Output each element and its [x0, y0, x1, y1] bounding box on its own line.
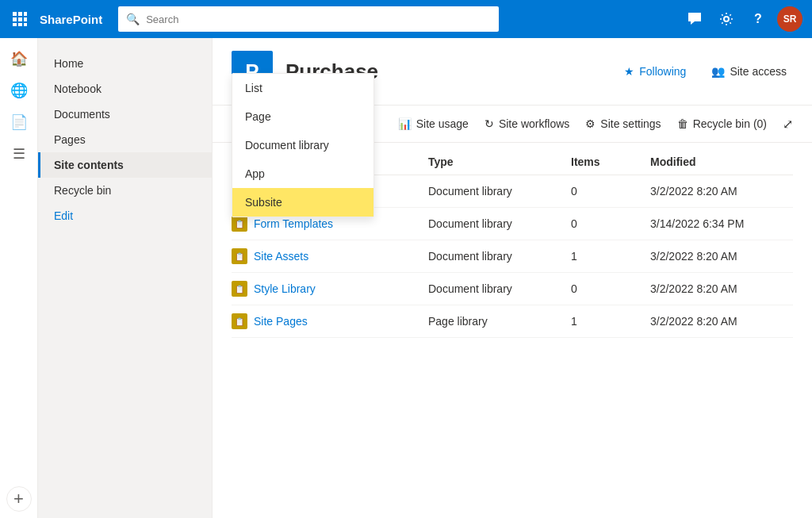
sidebar-item-site-contents[interactable]: Site contents: [38, 152, 212, 178]
site-workflows-label: Site workflows: [499, 117, 569, 130]
site-access-button[interactable]: 👥 Site access: [705, 60, 793, 82]
help-icon-button[interactable]: ?: [745, 6, 771, 32]
svg-rect-7: [18, 23, 22, 26]
row-2-link[interactable]: Form Templates: [254, 217, 333, 230]
following-label: Following: [639, 65, 686, 78]
following-button[interactable]: ★ Following: [618, 60, 692, 82]
table-row: 📋 Style Library Document library 0 3/2/2…: [232, 273, 793, 305]
star-icon: ★: [624, 65, 634, 78]
dropdown-item-list[interactable]: List: [232, 74, 373, 102]
search-icon: 🔍: [126, 13, 140, 25]
sidebar-item-home[interactable]: Home: [38, 51, 212, 76]
svg-rect-3: [13, 17, 17, 21]
row-3-items: 1: [571, 250, 650, 263]
dropdown-item-app[interactable]: App: [232, 159, 373, 188]
expand-button[interactable]: ⤢: [783, 117, 793, 132]
toolbar-actions: 📊 Site usage ↻ Site workflows ⚙ Site set…: [398, 117, 793, 132]
people-icon: 👥: [711, 65, 725, 78]
row-3-modified: 3/2/2022 8:20 AM: [650, 250, 793, 263]
workflows-icon: ↻: [485, 117, 494, 130]
site-usage-label: Site usage: [416, 117, 469, 130]
row-4-modified: 3/2/2022 8:20 AM: [650, 282, 793, 295]
table-row: 📋 Site Assets Document library 1 3/2/202…: [232, 240, 793, 273]
row-5-name-cell: 📋 Site Pages: [232, 313, 428, 329]
chat-icon-button[interactable]: [682, 6, 707, 32]
content-pane: P Purchase ★ Following 👥 Site access + N…: [213, 38, 812, 518]
svg-point-9: [724, 17, 729, 21]
app-grid-icon[interactable]: [10, 9, 30, 29]
row-5-link[interactable]: Site Pages: [254, 315, 308, 328]
row-2-name-cell: 📋 Form Templates: [232, 216, 428, 232]
topnav-icons: ? SR: [682, 6, 802, 32]
rail-home-icon[interactable]: 🏠: [5, 44, 33, 73]
row-1-modified: 3/2/2022 8:20 AM: [650, 185, 793, 198]
svg-rect-5: [24, 17, 27, 21]
doc-icon: 📋: [232, 313, 247, 329]
site-header-actions: ★ Following 👥 Site access: [618, 60, 793, 82]
row-2-items: 0: [571, 217, 650, 230]
site-settings-icon: ⚙: [585, 117, 596, 130]
row-5-modified: 3/2/2022 8:20 AM: [650, 315, 793, 328]
brand-name[interactable]: SharePoint: [40, 13, 102, 26]
recycle-bin-icon: 🗑: [677, 117, 688, 130]
svg-rect-6: [13, 23, 17, 26]
col-type: Type: [428, 155, 571, 168]
doc-icon: 📋: [232, 281, 247, 297]
recycle-bin-button[interactable]: 🗑 Recycle bin (0): [677, 117, 767, 130]
settings-icon-button[interactable]: [714, 6, 739, 32]
dropdown-item-subsite[interactable]: Subsite: [232, 188, 373, 217]
sidebar-edit-link[interactable]: Edit: [38, 203, 212, 228]
row-1-type: Document library: [428, 185, 571, 198]
svg-rect-1: [18, 12, 22, 16]
row-4-type: Document library: [428, 282, 571, 295]
col-items: Items: [571, 155, 650, 168]
svg-rect-2: [24, 12, 27, 16]
doc-icon: 📋: [232, 216, 247, 232]
row-2-modified: 3/14/2022 6:34 PM: [650, 217, 793, 230]
doc-icon: 📋: [232, 248, 247, 264]
site-workflows-button[interactable]: ↻ Site workflows: [485, 117, 569, 130]
top-navigation: SharePoint 🔍 ? SR: [0, 0, 812, 38]
svg-rect-0: [13, 12, 17, 16]
row-4-name-cell: 📋 Style Library: [232, 281, 428, 297]
svg-rect-4: [18, 17, 22, 21]
col-modified: Modified: [650, 155, 793, 168]
left-rail: 🏠 🌐 📄 ☰ +: [0, 38, 38, 518]
row-3-name-cell: 📋 Site Assets: [232, 248, 428, 264]
site-usage-button[interactable]: 📊 Site usage: [398, 117, 469, 130]
site-usage-icon: 📊: [398, 117, 412, 130]
rail-list-icon[interactable]: ☰: [5, 140, 33, 168]
row-4-link[interactable]: Style Library: [254, 282, 316, 295]
site-access-label: Site access: [730, 65, 787, 78]
site-settings-button[interactable]: ⚙ Site settings: [585, 117, 661, 130]
recycle-bin-label: Recycle bin (0): [693, 117, 767, 130]
new-dropdown: List Page Document library App Subsite: [232, 73, 374, 217]
search-box[interactable]: 🔍: [118, 6, 499, 32]
sidebar-item-recycle-bin[interactable]: Recycle bin: [38, 178, 212, 203]
row-5-items: 1: [571, 315, 650, 328]
row-1-items: 0: [571, 185, 650, 198]
sidebar-item-documents[interactable]: Documents: [38, 102, 212, 127]
sidebar-item-notebook[interactable]: Notebook: [38, 76, 212, 102]
main-area: Home Notebook Documents Pages Site conte…: [38, 38, 812, 518]
rail-document-icon[interactable]: 📄: [5, 108, 33, 136]
rail-globe-icon[interactable]: 🌐: [5, 76, 33, 105]
svg-rect-8: [24, 23, 27, 26]
user-avatar[interactable]: SR: [777, 6, 802, 32]
dropdown-item-document-library[interactable]: Document library: [232, 131, 373, 159]
dropdown-item-page[interactable]: Page: [232, 102, 373, 131]
row-3-link[interactable]: Site Assets: [254, 250, 308, 263]
sidebar: Home Notebook Documents Pages Site conte…: [38, 38, 213, 518]
row-2-type: Document library: [428, 217, 571, 230]
search-input[interactable]: [146, 13, 491, 25]
table-row: 📋 Site Pages Page library 1 3/2/2022 8:2…: [232, 305, 793, 338]
rail-add-icon[interactable]: +: [6, 486, 32, 512]
row-3-type: Document library: [428, 250, 571, 263]
row-5-type: Page library: [428, 315, 571, 328]
row-4-items: 0: [571, 282, 650, 295]
sidebar-item-pages[interactable]: Pages: [38, 127, 212, 152]
site-settings-label: Site settings: [600, 117, 661, 130]
